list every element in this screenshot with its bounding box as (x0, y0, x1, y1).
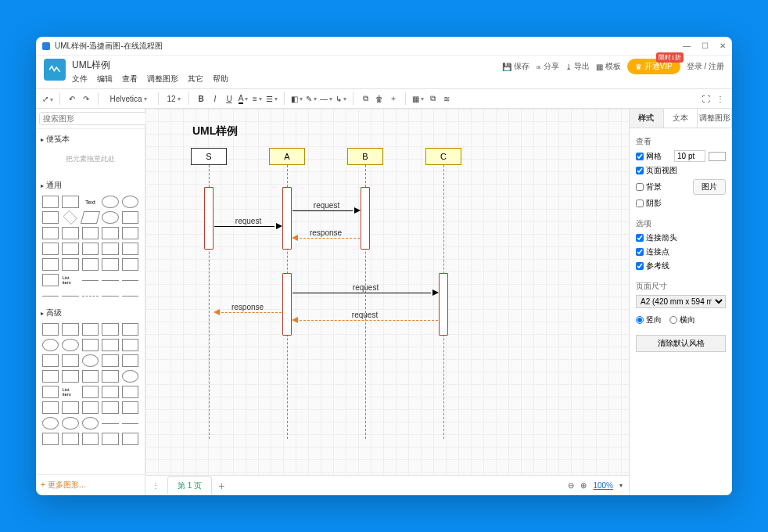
font-color-button[interactable]: A (238, 92, 249, 105)
shape-parallelogram[interactable] (81, 211, 101, 224)
ashape-13[interactable] (82, 354, 99, 367)
ashape-6[interactable] (42, 339, 59, 351)
table-button[interactable]: ▦ (412, 92, 424, 105)
document-title[interactable]: UML样例 (72, 59, 228, 72)
image-button[interactable]: 图片 (693, 179, 726, 195)
shape-callout[interactable] (82, 243, 99, 255)
background-checkbox[interactable]: 背景 (636, 182, 662, 192)
pageview-checkbox[interactable]: 页面视图 (636, 165, 677, 176)
pagesize-select[interactable]: A2 (420 mm x 594 mm) (636, 295, 726, 308)
shape-step[interactable] (62, 227, 78, 239)
redo-button[interactable]: ↷ (81, 92, 92, 105)
underline-button[interactable]: U (224, 92, 235, 105)
menu-arrange[interactable]: 调整图形 (147, 74, 178, 84)
italic-button[interactable]: I (210, 92, 221, 105)
ashape-5[interactable] (122, 323, 138, 336)
menu-extras[interactable]: 其它 (188, 74, 203, 84)
scratchpad-section[interactable]: 便笺本 (41, 132, 140, 146)
grid-color-swatch[interactable] (709, 152, 726, 161)
share-button[interactable]: ∝ 分享 (536, 61, 559, 72)
shape-ellipse[interactable] (102, 196, 118, 208)
shape-line6[interactable] (102, 296, 118, 297)
ashape-25[interactable] (122, 386, 138, 398)
save-button[interactable]: 💾 保存 (502, 61, 529, 72)
tab-style[interactable]: 样式 (630, 109, 664, 128)
diagram-title[interactable]: UML样例 (192, 124, 238, 138)
ashape-1[interactable] (42, 323, 59, 336)
ashape-39[interactable] (102, 433, 118, 445)
shape-data[interactable] (42, 258, 59, 271)
ashape-31[interactable] (42, 417, 59, 430)
ashape-3[interactable] (82, 323, 99, 336)
menu-view[interactable]: 查看 (122, 74, 138, 84)
shape-rect[interactable] (42, 196, 59, 208)
line-style-button[interactable]: — (320, 92, 332, 105)
ashape-40[interactable] (122, 433, 138, 445)
close-button[interactable]: ✕ (720, 41, 726, 50)
shape-tape[interactable] (62, 243, 78, 255)
template-button[interactable]: ▦ 模板 (596, 61, 621, 72)
ashape-2[interactable] (62, 323, 78, 336)
fill-color-button[interactable]: ◧ (291, 92, 303, 105)
link-button[interactable]: ⧉ (427, 92, 438, 105)
conn-points-checkbox[interactable]: 连接点 (636, 246, 669, 257)
vip-button[interactable]: ♛开通VIP 限时1折 (627, 59, 680, 74)
page-menu-button[interactable]: ⋮ (152, 481, 160, 490)
menu-file[interactable]: 文件 (72, 74, 88, 84)
activation-a-1[interactable] (282, 187, 292, 250)
more-shapes-link[interactable]: + 更多图形… (36, 474, 145, 495)
menu-edit[interactable]: 编辑 (97, 74, 113, 84)
ashape-16[interactable] (42, 370, 59, 383)
activation-s-1[interactable] (204, 187, 214, 250)
activation-c-2[interactable] (439, 273, 448, 336)
tab-arrange[interactable]: 调整图形 (698, 109, 732, 128)
shape-trap[interactable] (82, 227, 99, 239)
ashape-34[interactable] (102, 423, 118, 424)
ashape-12[interactable] (62, 354, 78, 367)
advanced-section[interactable]: 高级 (41, 306, 140, 320)
ashape-11[interactable] (42, 354, 59, 367)
shape-and[interactable] (122, 243, 138, 255)
settings-menu-button[interactable]: ⋮ (715, 92, 726, 105)
ashape-26[interactable] (42, 401, 59, 414)
guides-checkbox[interactable]: 参考线 (636, 261, 669, 271)
shape-or[interactable] (102, 243, 118, 255)
shape-data2[interactable] (62, 258, 78, 271)
shape-card[interactable] (42, 243, 59, 255)
shape-doc[interactable] (102, 227, 118, 239)
ashape-17[interactable] (62, 370, 78, 383)
font-size-select[interactable]: 12 (165, 92, 182, 105)
ashape-32[interactable] (62, 417, 78, 430)
ashape-38[interactable] (82, 433, 99, 445)
shape-rect2[interactable] (62, 196, 78, 208)
shape-list-item[interactable]: List item (62, 274, 78, 286)
shape-rect3[interactable] (122, 211, 138, 224)
shape-text[interactable]: Text (82, 196, 99, 208)
shape-bidir[interactable] (122, 296, 138, 297)
ashape-28[interactable] (82, 401, 99, 414)
ashape-18[interactable] (82, 370, 99, 383)
shape-list[interactable] (42, 274, 59, 286)
minimize-button[interactable]: — (683, 41, 691, 50)
layers-button[interactable]: ≋ (441, 92, 452, 105)
align-v-button[interactable]: ☰ (266, 92, 278, 105)
ashape-4[interactable] (102, 323, 118, 336)
general-section[interactable]: 通用 (41, 178, 140, 192)
shape-note[interactable] (122, 227, 138, 239)
shape-line5[interactable] (82, 296, 99, 297)
shape-cylinder[interactable] (102, 211, 118, 224)
ashape-9[interactable] (102, 339, 118, 351)
search-input[interactable] (39, 112, 146, 125)
bold-button[interactable]: B (196, 92, 206, 105)
shape-square[interactable] (42, 211, 59, 224)
zoom-dropdown[interactable]: ⤢ (42, 92, 53, 105)
ashape-19[interactable] (102, 370, 118, 383)
lifeline-head-s[interactable]: S (191, 148, 227, 165)
ashape-24[interactable] (102, 386, 118, 398)
align-h-button[interactable]: ≡ (252, 92, 263, 105)
ashape-37[interactable] (62, 433, 78, 445)
lifeline-head-a[interactable]: A (269, 148, 305, 165)
maximize-button[interactable]: ☐ (702, 41, 709, 50)
zoom-in-icon[interactable]: ⊕ (580, 481, 587, 490)
menu-help[interactable]: 帮助 (213, 74, 228, 84)
